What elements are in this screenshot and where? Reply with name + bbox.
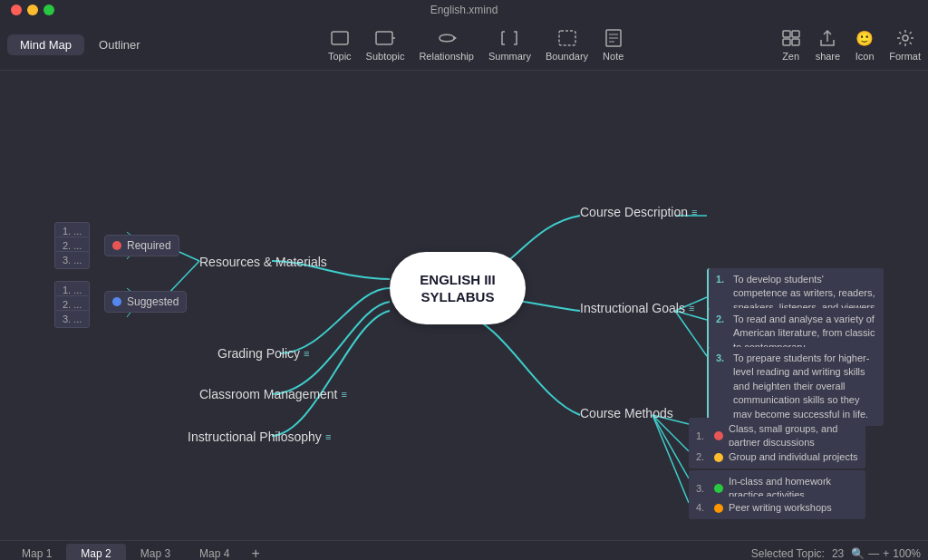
svg-rect-11 [783,39,790,45]
grading-icon: ≡ [304,348,309,359]
zen-tool[interactable]: Zen [781,28,801,62]
topic-icon [330,28,350,48]
course-desc-icon: ≡ [691,207,697,217]
required-dot [112,241,121,250]
instructional-philosophy-branch[interactable]: Instructional Philosophy ≡ [188,430,331,444]
goal-item-3: 3. To prepare students for higher-level … [707,347,884,426]
boundary-tool[interactable]: Boundary [546,28,588,62]
course-methods-branch[interactable]: Course Methods [580,406,673,420]
map-tab-2[interactable]: Map 2 [66,544,125,561]
required-num-3: 3. ... [54,251,90,269]
svg-rect-4 [559,31,575,45]
maximize-button[interactable] [44,5,54,15]
suggested-num-3: 3. ... [54,310,90,328]
subtopic-tool[interactable]: Subtopic [366,28,405,62]
boundary-icon [557,28,577,48]
map-tab-3[interactable]: Map 3 [126,544,185,561]
suggested-item: Suggested [104,291,187,313]
window-title: English.xmind [430,4,498,16]
svg-rect-0 [332,32,348,44]
note-icon [604,28,624,48]
method-dot-1 [714,431,723,440]
zoom-level: 100% [893,547,921,560]
toolbar-tools: Topic Subtopic Relationship Summary Boun… [171,28,781,62]
toolbar-right: Zen share 🙂 Icon Format [781,28,921,62]
svg-line-19 [652,415,689,451]
required-item: Required [104,235,179,256]
method-item-2: 2. Group and individual projects [689,446,865,468]
zoom-plus[interactable]: + [883,547,889,560]
note-tool[interactable]: Note [603,28,624,62]
title-bar: English.xmind [0,0,928,20]
svg-rect-1 [376,32,392,44]
zen-icon [781,28,801,48]
toolbar: Mind Map Outliner Topic Subtopic Relatio… [0,20,928,71]
classroom-icon: ≡ [342,389,347,400]
subtopic-icon [375,28,395,48]
close-button[interactable] [11,5,22,15]
selected-topic-label: Selected Topic: [751,547,825,560]
instructional-goals-branch[interactable]: Instructional Goals ≡ [580,301,694,315]
svg-line-17 [675,311,707,356]
share-tool[interactable]: share [816,28,841,62]
minimize-button[interactable] [27,5,38,15]
svg-point-13 [903,35,908,41]
relationship-tool[interactable]: Relationship [419,28,474,62]
svg-marker-3 [454,36,457,40]
mind-map-canvas[interactable]: ENGLISH III SYLLABUS Course Description … [0,71,928,540]
bottom-right-controls: Selected Topic: 23 🔍 — + 100% [751,547,921,560]
summary-icon [499,28,519,48]
svg-line-21 [652,415,689,503]
zoom-icon-1: 🔍 [851,547,865,560]
bottom-bar: Map 1 Map 2 Map 3 Map 4 + Selected Topic… [0,540,928,560]
format-tool[interactable]: Format [889,28,921,62]
traffic-lights [11,5,54,15]
method-dot-3 [714,484,723,493]
topic-tool[interactable]: Topic [328,28,352,62]
grading-policy-branch[interactable]: Grading Policy ≡ [218,346,309,361]
method-dot-2 [714,453,723,462]
resources-branch[interactable]: Resources & Materials [199,255,327,269]
svg-line-20 [652,415,689,478]
view-tabs: Mind Map Outliner [7,34,153,55]
zoom-minus[interactable]: — [868,547,879,560]
add-map-button[interactable]: + [244,542,266,561]
philosophy-icon: ≡ [325,431,331,442]
svg-rect-10 [792,31,799,37]
map-tab-4[interactable]: Map 4 [185,544,244,561]
share-icon [817,28,837,48]
summary-tool[interactable]: Summary [488,28,531,62]
selected-topic-value: 23 [832,547,844,560]
suggested-dot [112,297,121,306]
classroom-management-branch[interactable]: Classroom Management ≡ [199,387,347,401]
emoji-icon: 🙂 [855,28,875,48]
icon-tool[interactable]: 🙂 Icon [855,28,875,62]
central-node[interactable]: ENGLISH III SYLLABUS [390,252,526,324]
format-icon [895,28,915,48]
method-dot-4 [714,504,723,513]
svg-rect-9 [783,31,790,37]
course-description-branch[interactable]: Course Description ≡ [580,205,697,219]
map-tab-1[interactable]: Map 1 [7,544,66,561]
relationship-icon [437,28,457,48]
inst-goals-icon: ≡ [689,303,694,314]
svg-rect-12 [792,39,799,45]
method-item-4: 4. Peer writing workshops [689,497,865,519]
zoom-controls: 🔍 — + 100% [851,547,921,560]
outliner-tab[interactable]: Outliner [86,34,153,55]
mindmap-tab[interactable]: Mind Map [7,34,84,55]
